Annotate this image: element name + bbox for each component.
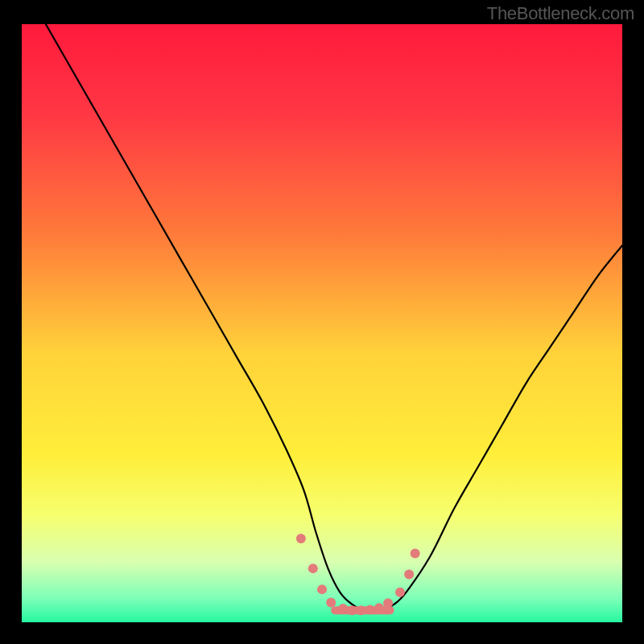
chart-frame: TheBottleneck.com	[0, 0, 644, 644]
bottleneck-curve-chart	[22, 24, 622, 622]
watermark-text: TheBottleneck.com	[487, 3, 634, 24]
trough-marker	[338, 604, 348, 613]
trough-marker	[404, 570, 414, 580]
trough-marker	[383, 598, 393, 608]
trough-marker	[317, 584, 327, 594]
trough-marker	[395, 588, 405, 597]
trough-marker	[308, 564, 318, 573]
gradient-background	[22, 24, 622, 622]
trough-marker	[356, 605, 365, 615]
trough-marker	[326, 597, 336, 607]
trough-marker	[374, 603, 384, 613]
trough-marker	[365, 605, 375, 614]
plot-area	[22, 24, 622, 622]
trough-marker	[296, 534, 306, 543]
trough-marker	[411, 549, 420, 559]
trough-marker	[347, 605, 357, 615]
